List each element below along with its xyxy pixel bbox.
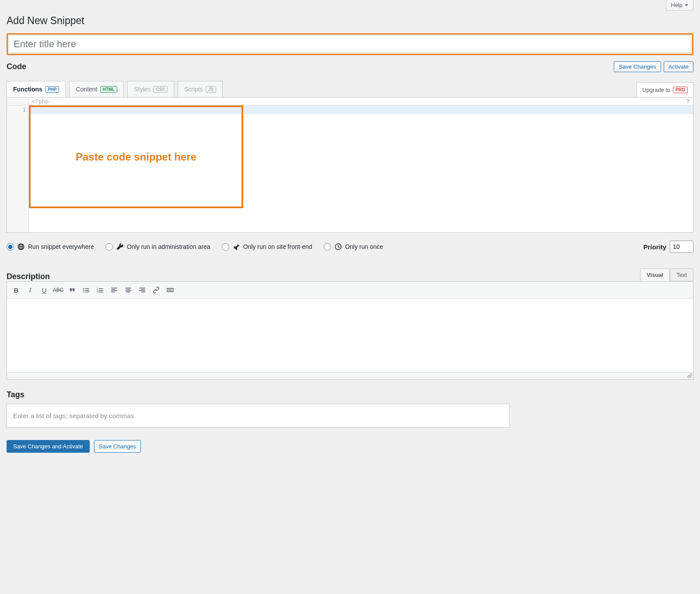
run-option-admin[interactable]: Only run in administration area (105, 243, 210, 251)
align-center-icon (124, 286, 132, 294)
quote-icon (68, 286, 76, 294)
tab-content[interactable]: Content HTML (69, 81, 124, 97)
code-editor[interactable]: <?php ? 1 Paste code snippet here (7, 97, 693, 233)
tags-input[interactable] (7, 404, 510, 428)
php-opening-tag: <?php (29, 98, 683, 105)
pin-icon (232, 243, 240, 251)
link-button[interactable] (150, 284, 163, 296)
list-ol-icon (96, 286, 104, 294)
priority-input[interactable] (670, 241, 693, 253)
run-radio-frontend[interactable] (222, 243, 229, 251)
tab-functions[interactable]: Functions PHP (7, 81, 66, 97)
desc-tab-text[interactable]: Text (670, 269, 693, 281)
list-ul-icon (82, 286, 90, 294)
run-option-frontend[interactable]: Only run on site front-end (222, 243, 312, 251)
keyboard-button[interactable] (164, 284, 177, 296)
run-option-everywhere[interactable]: Run snippet everywhere (7, 243, 94, 251)
tab-styles: Styles CSS (127, 81, 174, 97)
underline-button[interactable]: U (38, 284, 51, 296)
badge-html: HTML (100, 86, 118, 93)
align-center-button[interactable] (122, 284, 135, 296)
save-changes-button-top[interactable]: Save Changes (614, 61, 661, 72)
align-right-button[interactable] (136, 284, 149, 296)
run-radio-once[interactable] (324, 243, 331, 251)
run-label-admin: Only run in administration area (127, 243, 210, 250)
help-label: Help (671, 2, 682, 8)
line-gutter: 1 (7, 105, 29, 232)
strikethrough-button[interactable]: ABC (52, 284, 65, 296)
desc-tab-visual[interactable]: Visual (640, 269, 670, 281)
activate-button[interactable]: Activate (664, 61, 693, 72)
gutter-header (7, 98, 29, 105)
run-label-once: Only run once (345, 243, 383, 250)
run-label-frontend: Only run on site front-end (243, 243, 312, 250)
chevron-down-icon (684, 3, 689, 7)
annotation-text: Paste code snippet here (76, 151, 196, 163)
badge-pro: PRO (673, 87, 688, 93)
editor-toolbar: B I U ABC (7, 282, 693, 299)
tab-scripts-label: Scripts (184, 86, 203, 93)
align-left-icon (110, 286, 118, 294)
tab-content-label: Content (76, 86, 97, 93)
blockquote-button[interactable] (66, 284, 79, 296)
align-left-button[interactable] (108, 284, 121, 296)
tab-styles-label: Styles (134, 86, 150, 93)
bold-button[interactable]: B (10, 284, 23, 296)
save-changes-button-bottom[interactable]: Save Changes (94, 440, 141, 453)
resize-handle[interactable] (7, 372, 693, 379)
clock-icon (334, 243, 342, 251)
upgrade-link[interactable]: Upgrade to PRO (637, 82, 693, 97)
bullet-list-button[interactable] (80, 284, 93, 296)
run-radio-admin[interactable] (105, 243, 113, 251)
description-editor[interactable] (7, 299, 693, 372)
line-number: 1 (10, 107, 26, 113)
tags-section-title: Tags (7, 390, 693, 399)
tab-scripts: Scripts JS (178, 81, 223, 97)
help-icon[interactable]: ? (683, 98, 693, 105)
badge-js: JS (206, 86, 216, 93)
code-content[interactable]: Paste code snippet here (29, 105, 693, 232)
run-option-once[interactable]: Only run once (324, 243, 383, 251)
tab-functions-label: Functions (13, 86, 42, 93)
numbered-list-button[interactable] (94, 284, 107, 296)
align-right-icon (138, 286, 146, 294)
annotation-box: Paste code snippet here (29, 105, 243, 208)
help-button[interactable]: Help (666, 0, 693, 10)
badge-php: PHP (45, 86, 60, 93)
run-radio-everywhere[interactable] (7, 243, 14, 251)
keyboard-icon (166, 286, 174, 294)
wrench-icon (116, 243, 124, 251)
description-section-title: Description (7, 272, 50, 281)
run-label-everywhere: Run snippet everywhere (28, 243, 94, 250)
snippet-title-input[interactable] (9, 35, 691, 53)
link-icon (152, 286, 160, 294)
page-title: Add New Snippet (7, 15, 693, 27)
code-section-title: Code (7, 62, 26, 71)
save-and-activate-button[interactable]: Save Changes and Activate (7, 440, 90, 453)
priority-label: Priority (643, 243, 666, 251)
upgrade-label: Upgrade to (642, 87, 670, 93)
globe-icon (17, 243, 25, 251)
italic-button[interactable]: I (24, 284, 37, 296)
badge-css: CSS (153, 86, 168, 93)
title-highlight (7, 33, 693, 55)
